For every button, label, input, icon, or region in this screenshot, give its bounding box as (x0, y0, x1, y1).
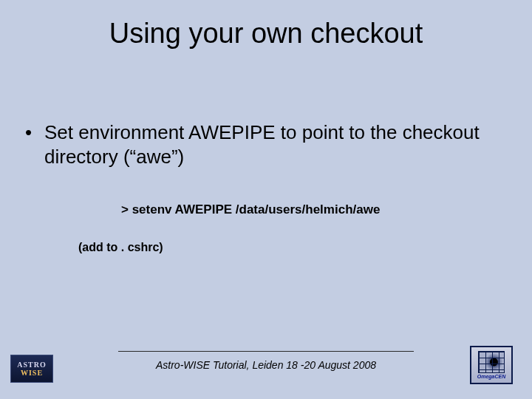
omegacen-logo: OmegaCEN (470, 346, 513, 384)
astro-wise-logo: ASTRO WISE (10, 355, 53, 383)
logo-grid-icon (478, 351, 505, 373)
bullet-item: • Set environment AWEPIPE to point to th… (25, 120, 507, 168)
logo-text-line1: ASTRO (17, 361, 46, 369)
divider (118, 351, 414, 352)
slide-title: Using your own checkout (0, 0, 532, 50)
footer: Astro-WISE Tutorial, Leiden 18 -20 Augus… (0, 351, 532, 371)
command-line: > setenv AWEPIPE /data/users/helmich/awe (121, 202, 507, 217)
slide-body: • Set environment AWEPIPE to point to th… (0, 50, 532, 254)
logo-right-label: OmegaCEN (477, 374, 506, 379)
bullet-marker: • (25, 120, 44, 145)
bullet-text: Set environment AWEPIPE to point to the … (44, 120, 507, 168)
logo-text-line2: WISE (21, 369, 43, 377)
note-text: (add to . cshrc) (78, 241, 507, 254)
footer-text: Astro-WISE Tutorial, Leiden 18 -20 Augus… (0, 359, 532, 371)
